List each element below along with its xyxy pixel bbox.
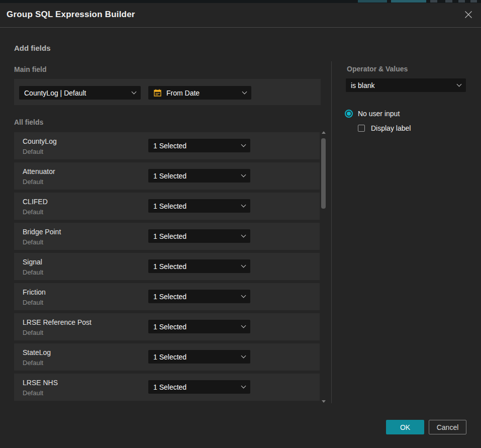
chevron-down-icon — [457, 82, 462, 87]
chevron-down-icon — [241, 353, 246, 359]
field-row: SignalDefault1 Selected — [14, 253, 320, 280]
field-name: StateLog — [23, 348, 51, 356]
dialog-title: Group SQL Expression Builder — [7, 10, 135, 20]
main-field-label: Main field — [14, 65, 47, 73]
field-selection-value: 1 Selected — [153, 172, 238, 180]
display-label-checkbox[interactable]: Display label — [358, 124, 411, 132]
scroll-up-arrow-icon[interactable] — [322, 131, 326, 134]
background-fragment — [470, 0, 477, 3]
field-source: Default — [23, 359, 43, 367]
chevron-down-icon — [132, 89, 137, 95]
operator-dropdown[interactable]: is blank — [346, 78, 466, 92]
close-icon — [464, 10, 473, 19]
field-selection-value: 1 Selected — [153, 353, 238, 361]
field-name: LRSE NHS — [23, 379, 58, 387]
field-row: LRSE NHSDefault1 Selected — [14, 374, 320, 401]
add-fields-heading: Add fields — [14, 44, 51, 52]
field-selection-dropdown[interactable]: 1 Selected — [148, 139, 250, 152]
field-selection-value: 1 Selected — [153, 202, 238, 210]
field-selection-dropdown[interactable]: 1 Selected — [148, 320, 250, 333]
chevron-down-icon — [241, 384, 246, 389]
field-name: LRSE Reference Post — [23, 318, 91, 326]
field-selection-value: 1 Selected — [153, 142, 238, 150]
operator-values-heading: Operator & Values — [347, 65, 408, 73]
calendar-icon — [153, 88, 162, 97]
field-name: Bridge Point — [23, 228, 61, 236]
main-field-field-value: From Date — [166, 89, 239, 97]
field-selection-dropdown[interactable]: 1 Selected — [148, 290, 250, 303]
chevron-down-icon — [241, 203, 246, 208]
field-selection-dropdown[interactable]: 1 Selected — [148, 229, 250, 243]
field-selection-value: 1 Selected — [153, 293, 238, 301]
no-user-input-radio[interactable]: No user input — [345, 110, 400, 118]
checkbox-unchecked-icon — [358, 125, 365, 132]
all-fields-list: CountyLogDefault1 SelectedAttenuatorDefa… — [14, 132, 320, 404]
background-fragment — [391, 0, 426, 3]
field-row: LRSE Reference PostDefault1 Selected — [14, 313, 320, 340]
radio-selected-icon — [345, 110, 353, 118]
scrollbar-thumb[interactable] — [321, 138, 326, 209]
field-row: CountyLogDefault1 Selected — [14, 132, 320, 159]
chevron-down-icon — [241, 142, 246, 147]
field-selection-value: 1 Selected — [153, 232, 238, 240]
main-field-dataset-value: CountyLog | Default — [24, 89, 128, 97]
panel-divider — [331, 61, 332, 403]
chevron-down-icon — [241, 323, 246, 328]
ok-button[interactable]: OK — [386, 420, 424, 434]
field-selection-dropdown[interactable]: 1 Selected — [148, 169, 250, 183]
display-label-text: Display label — [371, 124, 411, 132]
field-name: Friction — [23, 288, 46, 296]
field-row: FrictionDefault1 Selected — [14, 283, 320, 310]
field-name: Signal — [23, 258, 42, 266]
field-selection-dropdown[interactable]: 1 Selected — [148, 259, 250, 273]
operator-value: is blank — [351, 81, 453, 89]
field-row: AttenuatorDefault1 Selected — [14, 162, 320, 190]
field-row: Bridge PointDefault1 Selected — [14, 223, 320, 250]
dialog-titlebar: Group SQL Expression Builder — [0, 3, 481, 28]
field-source: Default — [23, 268, 43, 276]
background-fragment — [458, 0, 465, 3]
field-selection-dropdown[interactable]: 1 Selected — [148, 199, 250, 213]
background-fragment — [445, 0, 452, 3]
field-source: Default — [23, 148, 43, 155]
background-fragment — [430, 0, 437, 3]
no-user-input-label: No user input — [358, 110, 400, 118]
main-field-dataset-dropdown[interactable]: CountyLog | Default — [19, 86, 141, 100]
field-source: Default — [23, 238, 43, 246]
all-fields-label: All fields — [14, 118, 43, 126]
field-row: StateLogDefault1 Selected — [14, 343, 320, 371]
group-sql-expression-builder-dialog: Group SQL Expression Builder Add fields … — [0, 3, 481, 448]
close-button[interactable] — [463, 10, 473, 20]
chevron-down-icon — [241, 263, 246, 268]
field-name: Attenuator — [23, 167, 55, 175]
scroll-down-arrow-icon[interactable] — [322, 400, 326, 403]
field-row: CLIFEDDefault1 Selected — [14, 193, 320, 220]
field-source: Default — [23, 329, 43, 336]
field-selection-dropdown[interactable]: 1 Selected — [148, 380, 250, 394]
field-name: CLIFED — [23, 198, 48, 206]
chevron-down-icon — [242, 89, 247, 95]
main-field-box: CountyLog | Default From Date — [14, 79, 321, 105]
field-selection-value: 1 Selected — [153, 383, 238, 391]
field-selection-dropdown[interactable]: 1 Selected — [148, 350, 250, 364]
field-source: Default — [23, 389, 43, 397]
background-fragment — [358, 0, 387, 3]
field-name: CountyLog — [23, 137, 57, 145]
field-source: Default — [23, 178, 43, 186]
field-source: Default — [23, 299, 43, 306]
field-source: Default — [23, 208, 43, 216]
main-field-field-dropdown[interactable]: From Date — [148, 86, 251, 100]
fields-scrollbar[interactable] — [320, 130, 328, 404]
field-selection-value: 1 Selected — [153, 323, 238, 331]
field-selection-value: 1 Selected — [153, 262, 238, 271]
cancel-button[interactable]: Cancel — [429, 420, 466, 434]
chevron-down-icon — [241, 293, 246, 298]
chevron-down-icon — [241, 233, 246, 238]
chevron-down-icon — [241, 172, 246, 177]
